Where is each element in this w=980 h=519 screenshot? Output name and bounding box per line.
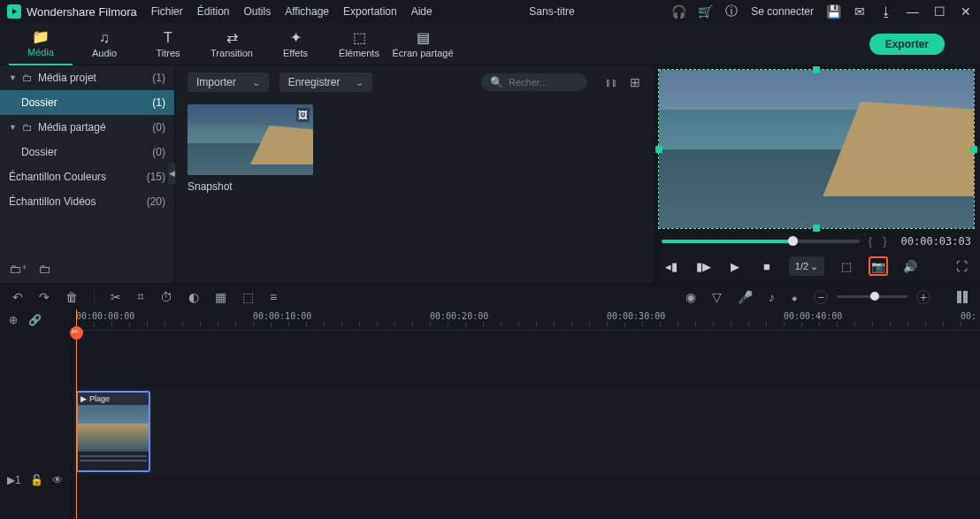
zoom-out-icon[interactable]: − — [814, 290, 828, 304]
grid-icon[interactable]: ⊞ — [630, 75, 640, 89]
folder-icon: 📁 — [32, 28, 50, 45]
menu-bar: Fichier Édition Outils Affichage Exporta… — [151, 5, 433, 18]
menu-tools[interactable]: Outils — [243, 5, 271, 18]
video-track[interactable]: ▶Plage — [73, 387, 980, 476]
stop-icon[interactable]: ■ — [757, 256, 777, 276]
collapse-sidebar-icon[interactable]: ◀ — [168, 163, 175, 184]
visibility-icon[interactable]: 👁 — [52, 474, 63, 486]
signin-link[interactable]: Se connecter — [751, 5, 814, 18]
audio-mixer-icon[interactable]: ♪ — [769, 290, 775, 304]
slider-thumb[interactable] — [788, 236, 798, 246]
clip-play-icon: ▶ — [80, 394, 87, 403]
color-icon[interactable]: ◐ — [188, 290, 199, 304]
folder-icon: 🗀 — [22, 121, 33, 134]
settings-icon[interactable]: ≡ — [270, 290, 277, 304]
display-icon[interactable]: ⬚ — [837, 256, 856, 276]
redo-icon[interactable]: ↷ — [39, 290, 50, 304]
preview-frame[interactable] — [658, 69, 975, 229]
resize-handle-right[interactable] — [970, 146, 977, 153]
time-ruler[interactable]: 00:00:00:00 00:00:10:00 00:00:20:00 00:0… — [73, 309, 980, 331]
cut-icon[interactable]: ✂ — [111, 290, 121, 304]
menu-export[interactable]: Exportation — [343, 5, 397, 18]
tab-media[interactable]: 📁Média — [9, 23, 73, 65]
menu-edit[interactable]: Édition — [197, 5, 230, 18]
speed-icon[interactable]: ⏱ — [160, 290, 172, 304]
thumbnail-image: 🖼 — [188, 104, 313, 175]
tab-split[interactable]: ▤Écran partagé — [391, 23, 455, 65]
resize-handle-top[interactable] — [813, 66, 820, 73]
add-track-icon[interactable]: ⊕ — [9, 314, 18, 326]
keyframe-icon[interactable]: ⬥ — [791, 290, 798, 304]
sidebar-shared-folder[interactable]: Dossier (0) — [0, 140, 174, 164]
minimize-icon[interactable]: — — [906, 4, 920, 19]
voiceover-icon[interactable]: 🎤 — [738, 290, 753, 304]
info-icon[interactable]: ⓘ — [724, 4, 739, 19]
transition-icon: ⇄ — [226, 29, 238, 46]
zoom-in-icon[interactable]: + — [916, 290, 930, 304]
menu-view[interactable]: Affichage — [285, 5, 329, 18]
media-thumbnail[interactable]: 🖼 Snapshot — [188, 104, 313, 193]
media-sidebar: ▼🗀Média projet (1) Dossier (1) ▼🗀Média p… — [0, 65, 175, 283]
play-pause-icon[interactable]: ▮▶ — [693, 256, 713, 276]
render-icon[interactable]: ◉ — [685, 290, 696, 304]
video-clip[interactable]: ▶Plage — [76, 391, 150, 472]
delete-icon[interactable]: 🗑 — [65, 290, 78, 304]
fullscreen-icon[interactable]: ⛶ — [952, 256, 971, 276]
sidebar-sample-colors[interactable]: Échantillon Couleurs (15) — [0, 164, 174, 189]
resize-handle-left[interactable] — [655, 146, 662, 153]
detach-icon[interactable]: ⬚ — [242, 290, 254, 304]
volume-icon[interactable]: 🔊 — [900, 256, 920, 276]
greenscreen-icon[interactable]: ▦ — [215, 290, 226, 304]
cart-icon[interactable]: 🛒 — [698, 4, 712, 19]
marker-icon[interactable]: ▽ — [712, 290, 722, 304]
maximize-icon[interactable]: ☐ — [932, 4, 946, 19]
menu-help[interactable]: Aide — [411, 5, 433, 18]
new-folder-icon[interactable]: 🗀⁺ — [9, 262, 27, 276]
sidebar-project-media[interactable]: ▼🗀Média projet (1) — [0, 65, 174, 90]
track-badge[interactable]: ▶1 — [7, 474, 21, 486]
tab-titles[interactable]: TTitres — [136, 23, 200, 65]
close-icon[interactable]: ✕ — [959, 4, 973, 19]
mark-in-icon[interactable]: { — [869, 234, 872, 248]
sidebar-shared-media[interactable]: ▼🗀Média partagé (0) — [0, 115, 174, 140]
speed-dropdown[interactable]: 1/2 ⌄ — [789, 256, 824, 276]
zoom-thumb[interactable] — [870, 292, 879, 301]
resize-handle-bottom[interactable] — [813, 225, 820, 232]
import-dropdown[interactable]: Importer — [188, 73, 269, 92]
export-button[interactable]: Exporter — [869, 34, 945, 55]
tracks-area[interactable]: 00:00:00:00 00:00:10:00 00:00:20:00 00:0… — [73, 309, 980, 519]
video-track-label: ▶1 🔓 👁 — [0, 441, 72, 519]
split-icon: ▤ — [417, 29, 430, 46]
link-icon[interactable]: 🔗 — [28, 314, 42, 326]
clip-audio-waveform — [78, 451, 149, 470]
prev-frame-icon[interactable]: ◂▮ — [662, 256, 681, 276]
titlebar-actions: 🎧 🛒 ⓘ Se connecter 💾 ✉ ⭳ — ☐ ✕ — [671, 4, 973, 19]
undo-icon[interactable]: ↶ — [12, 290, 23, 304]
menu-file[interactable]: Fichier — [151, 5, 183, 18]
snapshot-button[interactable]: 📷 — [869, 256, 888, 276]
tab-transition[interactable]: ⇄Transition — [200, 23, 264, 65]
tab-elements[interactable]: ⬚Éléments — [327, 23, 391, 65]
search-box[interactable]: 🔍 — [481, 73, 587, 91]
support-icon[interactable]: 🎧 — [671, 4, 685, 19]
folder-open-icon[interactable]: 🗀 — [38, 262, 50, 276]
record-dropdown[interactable]: Enregistrer — [279, 73, 373, 92]
mail-icon[interactable]: ✉ — [853, 4, 867, 19]
mark-out-icon[interactable]: } — [883, 234, 886, 248]
sidebar-folder-active[interactable]: Dossier (1) — [0, 90, 174, 115]
preview-panel: {} 00:00:03:03 ◂▮ ▮▶ ▶ ■ 1/2 ⌄ ⬚ 📷 🔊 ⛶ — [653, 65, 980, 283]
meter-icon[interactable] — [957, 291, 968, 303]
save-icon[interactable]: 💾 — [826, 4, 840, 19]
zoom-slider[interactable] — [837, 295, 907, 298]
lock-icon[interactable]: 🔓 — [30, 474, 43, 486]
search-input[interactable] — [509, 77, 579, 88]
download-icon[interactable]: ⭳ — [879, 4, 893, 19]
progress-slider[interactable] — [662, 240, 860, 243]
filter-icon[interactable]: ⫾⫾ — [605, 75, 617, 89]
sidebar-sample-videos[interactable]: Échantillon Vidéos (20) — [0, 189, 174, 214]
tab-effects[interactable]: ✦Effets — [264, 23, 327, 65]
tab-audio[interactable]: ♫Audio — [73, 23, 136, 65]
play-icon[interactable]: ▶ — [725, 256, 745, 276]
crop-icon[interactable]: ⌗ — [137, 289, 144, 304]
playhead[interactable] — [76, 309, 77, 519]
